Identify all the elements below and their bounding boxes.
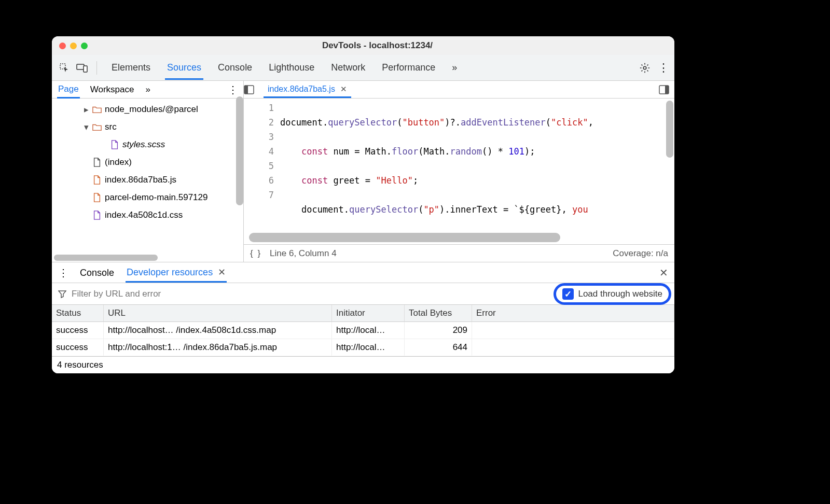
svg-rect-2 [84, 66, 87, 72]
zoom-window-icon[interactable] [81, 43, 88, 49]
traffic-lights [59, 43, 88, 49]
cursor-position: Line 6, Column 4 [270, 248, 337, 259]
device-toggle-icon[interactable] [75, 61, 89, 75]
settings-icon[interactable] [639, 62, 651, 74]
navigator-hscrollbar[interactable] [54, 255, 158, 261]
load-through-label: Load through website [578, 289, 662, 299]
table-cell[interactable]: 644 [405, 339, 472, 356]
line-gutter: 1 2 3 4 5 6 7 [244, 99, 280, 231]
chevron-down-icon: ▾ [84, 122, 91, 133]
tab-lighthouse[interactable]: Lighthouse [267, 56, 316, 80]
toggle-debugger-icon[interactable] [659, 85, 674, 94]
tab-elements[interactable]: Elements [109, 56, 153, 80]
col-initiator[interactable]: Initiator [332, 305, 405, 322]
close-tab-icon[interactable]: ✕ [218, 267, 226, 278]
code-area[interactable]: 1 2 3 4 5 6 7 document.querySelector("bu… [244, 99, 674, 231]
tree-folder-src[interactable]: ▾ src [52, 118, 243, 136]
table-cell[interactable] [472, 322, 674, 339]
tree-label: index.4a508c1d.css [105, 210, 183, 220]
col-status[interactable]: Status [52, 305, 104, 322]
tab-performance[interactable]: Performance [380, 56, 437, 80]
drawer: ⋮ Console Developer resources ✕ ✕ ✓ Load… [52, 262, 674, 373]
main-toolbar: Elements Sources Console Lighthouse Netw… [52, 55, 674, 81]
tab-sources[interactable]: Sources [165, 56, 203, 80]
pretty-print-icon[interactable]: { } [250, 248, 261, 259]
drawer-tab-developer-resources[interactable]: Developer resources ✕ [126, 262, 227, 283]
window-title: DevTools - localhost:1234/ [88, 40, 667, 51]
navigator-pane: Page Workspace » ⋮ ▸ node_modules/@parce… [52, 81, 244, 262]
inspect-element-icon[interactable] [57, 61, 72, 75]
table-cell[interactable]: http://local… [332, 339, 405, 356]
tree-label: (index) [105, 157, 132, 167]
table-cell[interactable]: http://local… [332, 322, 405, 339]
drawer-tab-console[interactable]: Console [79, 263, 115, 282]
close-tab-icon[interactable]: ✕ [340, 85, 347, 94]
titlebar: DevTools - localhost:1234/ [52, 36, 674, 55]
tree-label: styles.scss [122, 139, 165, 150]
tab-network[interactable]: Network [329, 56, 367, 80]
tree-folder-node-modules[interactable]: ▸ node_modules/@parcel [52, 101, 243, 118]
table-cell[interactable]: success [52, 339, 104, 356]
table-cell[interactable]: 209 [405, 322, 472, 339]
close-drawer-icon[interactable]: ✕ [659, 267, 668, 279]
col-bytes[interactable]: Total Bytes [405, 305, 472, 322]
tree-file-index[interactable]: (index) [52, 153, 243, 171]
svg-rect-5 [244, 86, 248, 94]
tree-label: src [105, 122, 117, 132]
drawer-tabs: ⋮ Console Developer resources ✕ ✕ [52, 262, 674, 283]
kebab-menu-icon[interactable]: ⋮ [658, 61, 669, 75]
navigator-kebab-icon[interactable]: ⋮ [228, 83, 238, 96]
resources-table: Status URL Initiator Total Bytes Error s… [52, 305, 674, 356]
load-through-website-control[interactable]: ✓ Load through website [554, 283, 671, 305]
navigator-tabs-overflow[interactable]: » [144, 81, 151, 97]
svg-rect-7 [665, 86, 669, 94]
navigator-tab-page[interactable]: Page [57, 81, 80, 99]
tree-label: parcel-demo-main.597129 [105, 192, 208, 203]
navigator-tab-workspace[interactable]: Workspace [89, 81, 135, 97]
tree-file-js[interactable]: index.86da7ba5.js [52, 171, 243, 189]
coverage-label: Coverage: n/a [613, 248, 668, 259]
svg-point-3 [643, 66, 646, 69]
drawer-footer: 4 resources [52, 356, 674, 373]
drawer-filter-bar: ✓ Load through website [52, 283, 674, 305]
sources-panel: Page Workspace » ⋮ ▸ node_modules/@parce… [52, 81, 674, 262]
svg-rect-1 [77, 64, 84, 69]
tabs-overflow[interactable]: » [450, 56, 459, 80]
close-window-icon[interactable] [59, 43, 66, 49]
editor-statusbar: { } Line 6, Column 4 Coverage: n/a [244, 244, 674, 262]
divider [96, 61, 97, 75]
tree-label: index.86da7ba5.js [105, 175, 176, 185]
devtools-window: DevTools - localhost:1234/ Elements Sour… [52, 36, 674, 373]
tree-label: node_modules/@parcel [105, 104, 198, 115]
code-content: document.querySelector("button")?.addEve… [280, 99, 674, 231]
chevron-right-icon: ▸ [84, 104, 91, 115]
code-hscrollbar[interactable] [249, 233, 560, 242]
navigator-vscrollbar[interactable] [236, 96, 243, 205]
tree-file-parcel[interactable]: parcel-demo-main.597129 [52, 189, 243, 206]
checkbox-checked-icon[interactable]: ✓ [562, 288, 574, 300]
table-cell[interactable]: http://localhost:1… /index.86da7ba5.js.m… [104, 339, 332, 356]
code-editor: index.86da7ba5.js ✕ 1 2 3 4 5 6 7 docume… [244, 81, 674, 262]
minimize-window-icon[interactable] [70, 43, 77, 49]
table-cell[interactable]: success [52, 322, 104, 339]
navigator-tabs: Page Workspace » ⋮ [52, 81, 243, 99]
drawer-kebab-icon[interactable]: ⋮ [58, 267, 68, 279]
table-cell[interactable] [472, 339, 674, 356]
code-vscrollbar[interactable] [666, 101, 673, 158]
toggle-navigator-icon[interactable] [244, 85, 259, 94]
editor-tab-label: index.86da7ba5.js [268, 85, 335, 94]
tab-console[interactable]: Console [216, 56, 254, 80]
editor-tab-active[interactable]: index.86da7ba5.js ✕ [264, 81, 351, 98]
tree-file-css[interactable]: index.4a508c1d.css [52, 206, 243, 224]
editor-tabbar: index.86da7ba5.js ✕ [244, 81, 674, 99]
col-error[interactable]: Error [472, 305, 674, 322]
main-tabs: Elements Sources Console Lighthouse Netw… [109, 56, 459, 80]
file-tree: ▸ node_modules/@parcel ▾ src styles.scss [52, 99, 243, 262]
col-url[interactable]: URL [104, 305, 332, 322]
table-cell[interactable]: http://localhost… /index.4a508c1d.css.ma… [104, 322, 332, 339]
tree-file-styles[interactable]: styles.scss [52, 136, 243, 153]
filter-icon [58, 290, 66, 298]
